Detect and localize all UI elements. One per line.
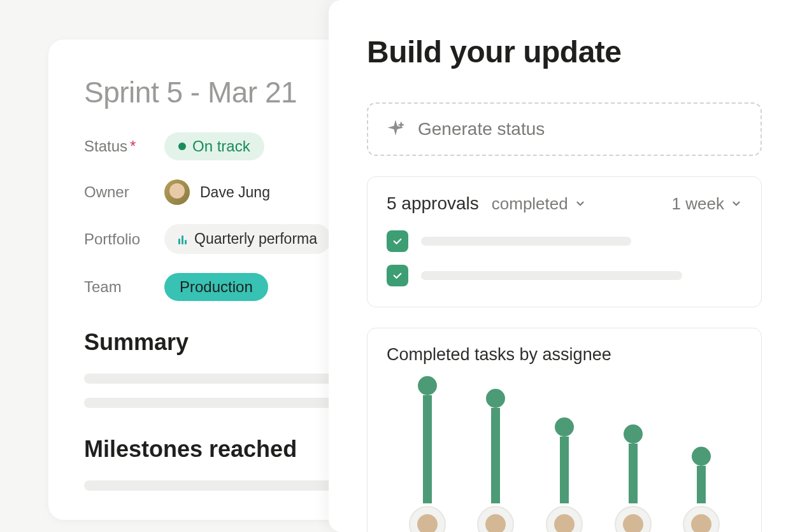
build-update-panel: Build your update Generate status 5 appr… xyxy=(329,0,800,532)
chart-column xyxy=(544,417,585,532)
chart-column xyxy=(407,376,448,532)
chart-bar xyxy=(423,395,432,503)
approval-item xyxy=(387,265,742,286)
bar-chart-icon xyxy=(178,234,187,244)
assignee-avatar[interactable] xyxy=(683,506,720,532)
chart-title: Completed tasks by assignee xyxy=(387,345,742,365)
chevron-down-icon xyxy=(575,198,586,209)
status-dot-icon xyxy=(178,143,186,150)
check-icon xyxy=(392,235,403,247)
status-pill[interactable]: On track xyxy=(164,132,264,160)
approvals-count: 5 approvals xyxy=(387,193,479,214)
status-label: Status* xyxy=(84,137,164,155)
approvals-header: 5 approvals completed 1 week xyxy=(387,193,742,214)
approvals-time-dropdown[interactable]: 1 week xyxy=(672,194,742,214)
team-label: Team xyxy=(84,278,164,296)
portfolio-value: Quarterly performa xyxy=(194,230,317,248)
chart-column xyxy=(475,389,516,532)
chart-column xyxy=(681,447,722,532)
panel-title: Build your update xyxy=(367,34,762,69)
owner-label: Owner xyxy=(84,183,164,201)
owner-name: Dave Jung xyxy=(200,184,270,201)
approval-placeholder xyxy=(421,237,631,246)
chart-dot-icon xyxy=(418,376,437,395)
portfolio-label: Portfolio xyxy=(84,230,164,248)
chart-card: Completed tasks by assignee xyxy=(367,328,762,532)
required-asterisk: * xyxy=(130,137,136,155)
sparkle-icon xyxy=(386,120,405,139)
approvals-status-dropdown[interactable]: completed xyxy=(492,194,586,214)
portfolio-pill[interactable]: Quarterly performa xyxy=(164,224,331,254)
owner-avatar xyxy=(164,179,190,205)
owner-value[interactable]: Dave Jung xyxy=(164,179,270,205)
team-pill[interactable]: Production xyxy=(164,273,268,301)
approval-checkbox[interactable] xyxy=(387,230,408,252)
approval-item xyxy=(387,230,742,252)
check-icon xyxy=(392,270,403,281)
chart-bar xyxy=(629,444,638,503)
assignee-avatar[interactable] xyxy=(477,506,514,532)
team-value: Production xyxy=(180,278,253,296)
chevron-down-icon xyxy=(731,198,742,209)
assignee-avatar[interactable] xyxy=(409,506,446,532)
assignee-chart xyxy=(387,384,742,532)
assignee-avatar[interactable] xyxy=(615,506,652,532)
chart-dot-icon xyxy=(692,447,711,466)
chart-dot-icon xyxy=(555,417,574,437)
approval-placeholder xyxy=(421,271,682,280)
status-value: On track xyxy=(192,137,250,155)
chart-column xyxy=(613,424,654,532)
chart-dot-icon xyxy=(486,389,505,408)
generate-status-button[interactable]: Generate status xyxy=(367,102,762,156)
chart-bar xyxy=(491,408,500,503)
approvals-time-label: 1 week xyxy=(672,194,724,214)
approval-checkbox[interactable] xyxy=(387,265,408,286)
assignee-avatar[interactable] xyxy=(546,506,583,532)
chart-bar xyxy=(560,437,569,503)
chart-dot-icon xyxy=(624,424,643,444)
chart-bar xyxy=(697,466,706,503)
generate-status-label: Generate status xyxy=(418,119,545,139)
approvals-status-label: completed xyxy=(492,194,568,214)
approvals-card: 5 approvals completed 1 week xyxy=(367,176,762,307)
